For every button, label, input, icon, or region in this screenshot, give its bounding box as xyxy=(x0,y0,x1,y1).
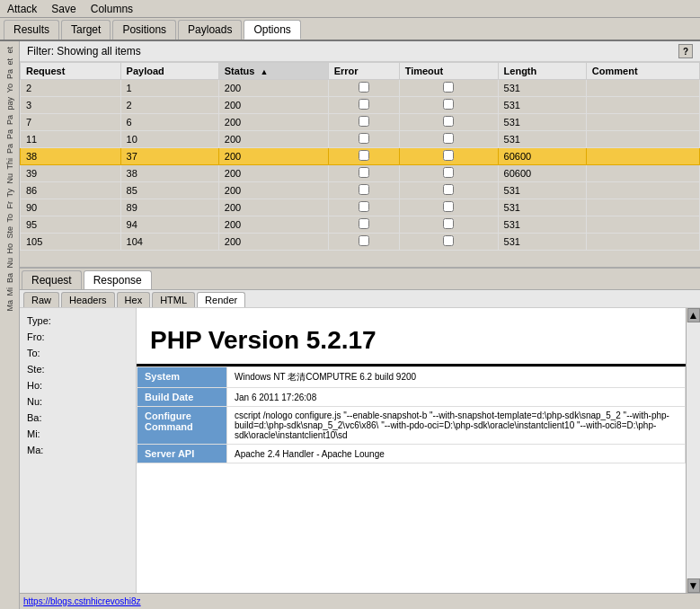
inner-tab-html[interactable]: HTML xyxy=(152,292,195,307)
sidebar-label-mi: Mi xyxy=(4,286,16,298)
tab-positions[interactable]: Positions xyxy=(112,20,176,40)
php-info-value: Windows NT 老清COMPUTRE 6.2 build 9200 xyxy=(227,367,686,388)
table-row[interactable]: 39 38 200 60600 xyxy=(21,165,700,182)
tab-request[interactable]: Request xyxy=(22,270,82,289)
sidebar-label-nu2: Nu xyxy=(4,256,16,270)
cell-timeout[interactable] xyxy=(399,80,498,97)
menu-save[interactable]: Save xyxy=(51,3,75,15)
cell-length: 531 xyxy=(498,182,586,199)
sidebar-label-ty: Ty xyxy=(4,187,16,199)
menu-attack[interactable]: Attack xyxy=(7,3,37,15)
tab-response[interactable]: Response xyxy=(84,270,152,289)
table-row[interactable]: 86 85 200 531 xyxy=(21,182,700,199)
php-info-row: System Windows NT 老清COMPUTRE 6.2 build 9… xyxy=(137,367,686,388)
cell-error[interactable] xyxy=(328,114,399,131)
tab-payloads[interactable]: Payloads xyxy=(178,20,242,40)
field-to: To: xyxy=(27,348,128,358)
col-comment[interactable]: Comment xyxy=(586,63,699,80)
inner-tab-raw[interactable]: Raw xyxy=(23,292,59,307)
scroll-up-arrow[interactable]: ▲ xyxy=(687,308,700,322)
cell-status: 200 xyxy=(218,234,328,251)
cell-timeout[interactable] xyxy=(399,97,498,114)
cell-comment xyxy=(586,165,699,182)
col-payload[interactable]: Payload xyxy=(120,63,218,80)
col-error[interactable]: Error xyxy=(328,63,399,80)
table-row[interactable]: 3 2 200 531 xyxy=(21,97,700,114)
col-length[interactable]: Length xyxy=(498,63,586,80)
table-row[interactable]: 2 1 200 531 xyxy=(21,80,700,97)
tab-options[interactable]: Options xyxy=(244,20,300,40)
cell-error[interactable] xyxy=(328,97,399,114)
cell-length: 531 xyxy=(498,114,586,131)
cell-timeout[interactable] xyxy=(399,234,498,251)
sidebar-label-ma: Ma xyxy=(4,298,16,313)
inner-tab-render[interactable]: Render xyxy=(197,292,245,307)
cell-length: 60600 xyxy=(498,165,586,182)
cell-length: 531 xyxy=(498,97,586,114)
table-row[interactable]: 7 6 200 531 xyxy=(21,114,700,131)
cell-timeout[interactable] xyxy=(399,165,498,182)
table-row[interactable]: 95 94 200 531 xyxy=(21,216,700,234)
cell-error[interactable] xyxy=(328,182,399,199)
cell-error[interactable] xyxy=(328,234,399,251)
table-body: 2 1 200 531 3 2 200 531 7 6 200 531 11 1… xyxy=(21,80,700,251)
cell-comment xyxy=(586,182,699,199)
tab-target[interactable]: Target xyxy=(61,20,111,40)
cell-error[interactable] xyxy=(328,216,399,234)
cell-status: 200 xyxy=(218,216,328,234)
lower-section: Request Response Raw Headers Hex HTML Re… xyxy=(20,269,700,609)
inner-tab-hex[interactable]: Hex xyxy=(117,292,151,307)
cell-status: 200 xyxy=(218,199,328,216)
scroll-down-arrow[interactable]: ▼ xyxy=(687,578,700,593)
cell-comment xyxy=(586,97,699,114)
cell-comment xyxy=(586,80,699,97)
sort-arrow-icon: ▲ xyxy=(260,67,268,76)
render-scrollbar-v[interactable]: ▲ ▼ xyxy=(686,308,700,593)
tab-results[interactable]: Results xyxy=(4,20,59,40)
cell-payload: 2 xyxy=(120,97,218,114)
cell-error[interactable] xyxy=(328,199,399,216)
cell-timeout[interactable] xyxy=(399,131,498,148)
php-info-key: Server API xyxy=(137,445,227,463)
cell-status: 200 xyxy=(218,114,328,131)
cell-timeout[interactable] xyxy=(399,216,498,234)
field-mi: Mi: xyxy=(27,428,128,439)
php-version-header: PHP Version 5.2.17 xyxy=(137,308,686,366)
cell-request: 86 xyxy=(21,182,121,199)
table-row[interactable]: 105 104 200 531 xyxy=(21,234,700,251)
cell-request: 90 xyxy=(21,199,121,216)
col-status[interactable]: Status ▲ xyxy=(218,63,328,80)
table-row[interactable]: 11 10 200 531 xyxy=(21,131,700,148)
table-row[interactable]: 90 89 200 531 xyxy=(21,199,700,216)
cell-length: 531 xyxy=(498,234,586,251)
field-ho: Ho: xyxy=(27,380,128,391)
menu-columns[interactable]: Columns xyxy=(91,3,133,15)
cell-comment xyxy=(586,148,699,165)
help-button[interactable]: ? xyxy=(678,44,693,58)
cell-error[interactable] xyxy=(328,80,399,97)
col-request[interactable]: Request xyxy=(21,63,121,80)
filter-text: Filter: Showing all items xyxy=(27,45,141,57)
sidebar-label-nu1: Nu xyxy=(4,172,16,186)
col-timeout[interactable]: Timeout xyxy=(399,63,498,80)
cell-timeout[interactable] xyxy=(399,148,498,165)
inner-tab-headers[interactable]: Headers xyxy=(61,292,115,307)
cell-error[interactable] xyxy=(328,131,399,148)
sidebar-label-pa3: Pa xyxy=(4,128,16,141)
body-area: et et Pa Yo pay Pa Pa Pa Thi Nu Ty Fr To… xyxy=(0,41,700,609)
cell-length: 531 xyxy=(498,80,586,97)
cell-error[interactable] xyxy=(328,165,399,182)
cell-timeout[interactable] xyxy=(399,114,498,131)
sidebar-label-et1: et xyxy=(4,45,16,56)
scroll-track xyxy=(687,322,700,578)
req-resp-tabs: Request Response xyxy=(20,269,700,290)
left-fields-panel: Type: Fro: To: Ste: Ho: Nu: Ba: Mi: Ma: xyxy=(20,308,137,593)
field-fro: Fro: xyxy=(27,331,128,342)
cell-timeout[interactable] xyxy=(399,199,498,216)
cell-error[interactable] xyxy=(328,148,399,165)
cell-timeout[interactable] xyxy=(399,182,498,199)
results-table-container: Request Payload Status ▲ Error Timeout L… xyxy=(20,62,700,269)
status-bar[interactable]: https://blogs.cstnhicrevoshi8z xyxy=(20,593,700,609)
table-row[interactable]: 38 37 200 60600 xyxy=(21,148,700,165)
cell-request: 3 xyxy=(21,97,121,114)
